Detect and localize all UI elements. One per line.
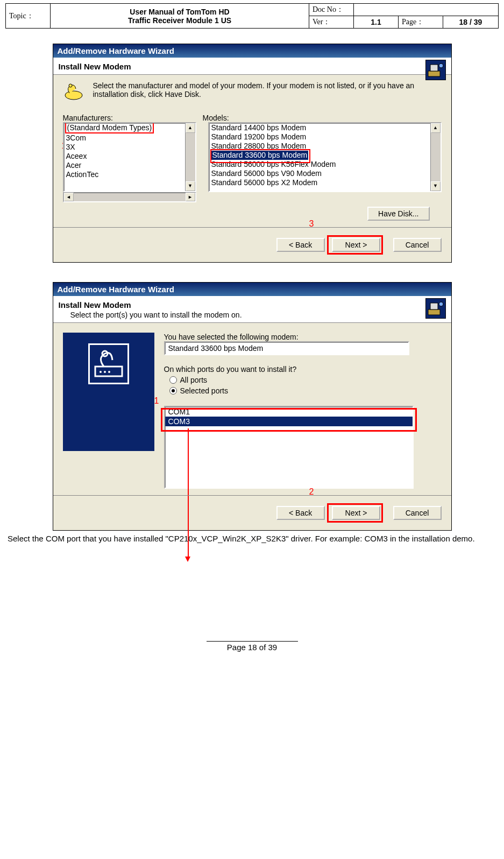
callout-arrow-head [185, 557, 190, 562]
wizard1-body: Select the manufacturer and model of you… [53, 75, 451, 227]
radio-all-ports[interactable]: All ports [169, 376, 442, 384]
ports-listbox[interactable]: COM1 COM3 [164, 406, 414, 489]
back-button[interactable]: < Back [276, 238, 325, 252]
wizard1-button-row: 3 < Back Next > Cancel [53, 227, 451, 262]
docno-value [354, 4, 499, 16]
scrollbar-vertical[interactable]: ▲ ▼ [430, 123, 441, 191]
instruction-text: Select the COM port that you have instal… [8, 534, 496, 544]
wizard1-header-panel: Install New Modem [53, 58, 451, 75]
page-label: Page： [399, 16, 443, 29]
scroll-down-icon[interactable]: ▼ [186, 181, 195, 191]
model-item[interactable]: Standard 56000 bps K56Flex Modem [209, 160, 430, 169]
model-item[interactable]: Standard 14400 bps Modem [209, 123, 430, 132]
scroll-right-icon[interactable]: ► [186, 193, 195, 201]
wizard2-side-image [63, 333, 154, 451]
mfg-item[interactable]: 3X [64, 143, 185, 152]
scrollbar-vertical[interactable]: ▲ ▼ [185, 123, 195, 191]
selected-modem-field: Standard 33600 bps Modem [164, 341, 409, 355]
topic-label: Topic： [6, 4, 51, 29]
modem-icon [63, 81, 87, 101]
manufacturers-label: Manufacturers: [63, 114, 203, 122]
cancel-button[interactable]: Cancel [393, 506, 442, 520]
mfg-item[interactable]: (Standard Modem Types) [64, 123, 185, 133]
radio-icon [169, 387, 177, 395]
ver-value: 1.1 [354, 16, 399, 29]
wizard1-titlebar: Add/Remove Hardware Wizard [53, 44, 451, 58]
highlight-box-3: Next > [327, 235, 383, 255]
svg-rect-5 [428, 309, 440, 315]
page-footer: Page 18 of 39 [5, 641, 499, 652]
wizard2-titlebar: Add/Remove Hardware Wizard [53, 283, 451, 296]
page-value: 18 / 39 [443, 16, 499, 29]
scrollbar-horizontal[interactable]: ◄ ► [63, 192, 196, 202]
svg-point-3 [65, 91, 82, 100]
mfg-item[interactable]: ActionTec [64, 170, 185, 179]
wizard2-subheading: Select the port(s) you want to install t… [59, 311, 446, 319]
wizard2-header-panel: Install New Modem Select the port(s) you… [53, 296, 451, 323]
svg-point-4 [69, 84, 72, 87]
port-item[interactable]: COM3 [165, 417, 413, 426]
radio-all-ports-label: All ports [180, 376, 208, 384]
callout-3a: 3 [309, 219, 314, 229]
highlight-box-2b: Next > [327, 503, 383, 523]
scroll-left-icon[interactable]: ◄ [64, 193, 74, 201]
doc-header: Topic： User Manual of TomTom HD Traffic … [5, 3, 499, 29]
svg-point-10 [100, 371, 102, 373]
scroll-up-icon[interactable]: ▲ [431, 123, 441, 133]
mfg-item[interactable]: 3Com [64, 133, 185, 143]
models-listbox[interactable]: Standard 14400 bps Modem Standard 19200 … [208, 122, 442, 192]
scroll-up-icon[interactable]: ▲ [186, 123, 195, 133]
wizard2-heading: Install New Modem [59, 300, 446, 309]
svg-point-7 [439, 302, 443, 306]
svg-rect-6 [430, 303, 438, 309]
port-item[interactable]: COM1 [165, 407, 413, 417]
doc-title: User Manual of TomTom HD Traffic Receive… [51, 4, 309, 29]
have-disk-button[interactable]: Have Disk... [367, 207, 429, 221]
hardware-icon [425, 298, 446, 319]
mfg-item[interactable]: Acer [64, 161, 185, 170]
radio-icon [169, 376, 177, 384]
model-item[interactable]: Standard 56000 bps V90 Modem [209, 169, 430, 178]
selected-modem-label: You have selected the following modem: [164, 333, 442, 341]
manufacturers-listbox[interactable]: (Standard Modem Types) 3Com 3X Aceex Ace… [63, 122, 196, 192]
model-item[interactable]: Standard 19200 bps Modem [209, 132, 430, 142]
svg-point-2 [439, 64, 443, 68]
wizard1-instruction: Select the manufacturer and model of you… [93, 81, 442, 101]
wizard1-window: 1 2 Add/Remove Hardware Wizard Install N… [53, 44, 452, 263]
svg-point-11 [104, 371, 106, 373]
models-label: Models: [203, 114, 442, 122]
model-item[interactable]: Standard 56000 bps X2 Modem [209, 178, 430, 187]
wizard2-window: Add/Remove Hardware Wizard Install New M… [53, 282, 452, 531]
radio-selected-ports[interactable]: Selected ports [169, 386, 442, 395]
svg-point-12 [108, 371, 110, 373]
next-button[interactable]: Next > [332, 238, 380, 252]
cancel-button[interactable]: Cancel [393, 238, 442, 252]
callout-2b: 2 [309, 487, 314, 497]
docno-label: Doc No： [309, 4, 354, 16]
wizard1-heading: Install New Modem [59, 62, 446, 71]
callout-1b: 1 [154, 396, 159, 405]
scroll-down-icon[interactable]: ▼ [431, 181, 441, 191]
back-button[interactable]: < Back [276, 506, 325, 520]
next-button[interactable]: Next > [332, 506, 380, 520]
model-item[interactable]: Standard 33600 bps Modem [209, 151, 430, 160]
model-item[interactable]: Standard 28800 bps Modem [209, 142, 430, 151]
svg-rect-1 [430, 65, 438, 71]
radio-selected-ports-label: Selected ports [180, 386, 229, 395]
mfg-item[interactable]: Aceex [64, 152, 185, 161]
ports-question: On which ports do you want to install it… [164, 365, 442, 374]
wizard2-body: You have selected the following modem: S… [53, 323, 451, 495]
wizard2-button-row: 2 < Back Next > Cancel [53, 495, 451, 530]
ver-label: Ver： [309, 16, 354, 29]
callout-arrow [188, 428, 189, 558]
